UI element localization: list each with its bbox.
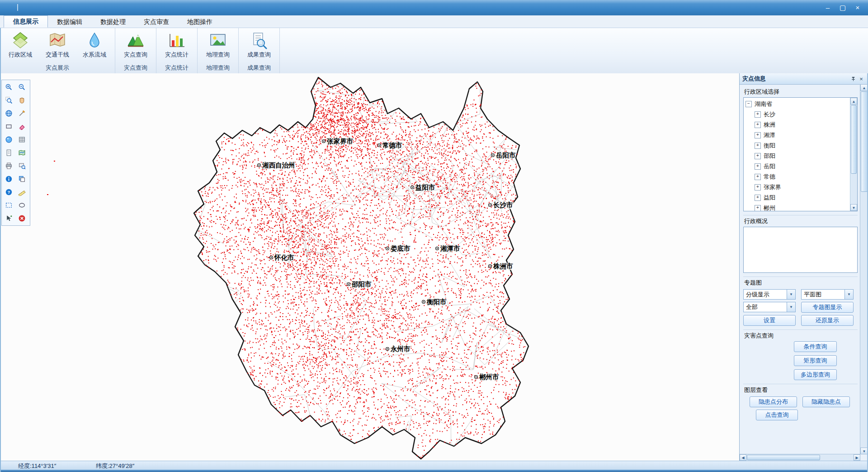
tree-item-changsha[interactable]: +长沙 [755, 109, 850, 119]
click-query-button[interactable]: 点击查询 [756, 410, 798, 420]
condition-query-button[interactable]: 条件查询 [794, 341, 837, 352]
settings-button[interactable]: 设置 [743, 315, 796, 326]
print-preview-button[interactable] [15, 159, 28, 172]
minimize-button[interactable]: – [821, 2, 835, 12]
expand-icon[interactable]: + [755, 143, 761, 149]
scroll-left-icon[interactable]: ◀ [740, 454, 746, 461]
grid-button[interactable] [15, 133, 28, 146]
map-type-select[interactable]: 平面图 ▼ [801, 289, 854, 300]
tree-item-changde[interactable]: +常德 [755, 172, 850, 182]
sphere-button[interactable] [2, 133, 15, 146]
reset-display-button[interactable]: 还原显示 [801, 315, 854, 326]
expand-icon[interactable]: + [755, 174, 761, 180]
pointer-add-button[interactable] [2, 212, 15, 225]
ribbon-button-label: 水系流域 [83, 51, 106, 59]
zoom-in-button[interactable] [2, 81, 15, 94]
ribbon-button-label: 灾点统计 [165, 51, 189, 59]
svg-text:衡阳市: 衡阳市 [426, 298, 447, 305]
title-bar[interactable]: – ▢ × [0, 0, 868, 15]
tree-item-shaoyang[interactable]: +邵阳 [755, 151, 850, 161]
tab-info-display[interactable]: 信息展示 [4, 15, 48, 28]
zoom-out-button[interactable] [15, 81, 28, 94]
province-outline [194, 77, 528, 459]
rect-draw-button[interactable] [2, 120, 15, 133]
display-mode-select[interactable]: 分级显示 ▼ [743, 289, 796, 300]
expand-icon[interactable]: + [755, 184, 761, 191]
rect-query-button[interactable]: 矩形查询 [794, 355, 837, 366]
panel-scroll-thumb[interactable] [861, 91, 868, 192]
thematic-show-button[interactable]: 专题图显示 [801, 302, 854, 313]
zoom-window-button[interactable] [2, 94, 15, 107]
tree-scrollbar[interactable]: ▲ ▼ [850, 98, 857, 211]
ribbon-button-admin-region[interactable]: 行政区域 [2, 29, 39, 63]
ribbon-button-geo-query[interactable]: 地理查询 [199, 29, 236, 63]
tree-item-label: 益阳 [764, 194, 775, 202]
hide-hazard-points-button[interactable]: 隐藏隐患点 [802, 396, 850, 407]
ribbon-button-result-query[interactable]: 成果查询 [241, 29, 278, 63]
tab-disaster-review[interactable]: 灾点审查 [135, 16, 178, 28]
print-button[interactable] [2, 159, 15, 172]
mountain-icon [127, 31, 145, 49]
tree-item-hengyang[interactable]: +衡阳 [755, 140, 850, 151]
scroll-right-icon[interactable]: ▶ [854, 454, 860, 461]
chevron-down-icon[interactable]: ▼ [787, 302, 795, 312]
tree-item-yiyang[interactable]: +益阳 [755, 192, 850, 203]
map-area[interactable]: 张家界市常德市岳阳市湘西自治州益阳市长沙市娄底市湘潭市株洲市怀化市邵阳市衡阳市永… [0, 73, 739, 461]
expand-icon[interactable]: + [755, 122, 761, 128]
map-canvas[interactable]: 张家界市常德市岳阳市湘西自治州益阳市长沙市娄底市湘潭市株洲市怀化市邵阳市衡阳市永… [0, 73, 739, 461]
close-button[interactable]: × [851, 2, 864, 12]
expand-icon[interactable]: + [755, 111, 761, 118]
chevron-down-icon[interactable]: ▼ [787, 290, 795, 299]
tab-data-process[interactable]: 数据处理 [91, 16, 135, 28]
info-button[interactable] [2, 172, 15, 186]
expand-icon[interactable]: + [755, 195, 761, 201]
help-button[interactable]: ? [2, 186, 15, 199]
delete-button[interactable] [15, 212, 28, 225]
overview-textbox[interactable] [743, 227, 858, 273]
ribbon-button-traffic-lines[interactable]: 交通干线 [39, 29, 76, 63]
tab-map-operation[interactable]: 地图操作 [178, 16, 222, 28]
scope-select[interactable]: 全部 ▼ [743, 302, 796, 312]
expand-icon[interactable]: + [755, 163, 761, 170]
panel-hscrollbar[interactable]: ◀ ▶ [740, 454, 860, 461]
tree-item-zhuzhou[interactable]: +株洲 [755, 119, 850, 130]
polygon-query-button[interactable]: 多边形查询 [794, 369, 837, 380]
tree-item-yueyang[interactable]: +岳阳 [755, 161, 850, 172]
collapse-icon[interactable]: − [745, 101, 752, 107]
ribbon-button-water-basin[interactable]: 水系流域 [76, 29, 113, 63]
map-export-button[interactable] [15, 146, 28, 159]
maximize-button[interactable]: ▢ [836, 2, 849, 12]
ellipse-button[interactable] [15, 199, 28, 212]
scroll-down-icon[interactable]: ▼ [850, 204, 857, 211]
expand-icon[interactable]: + [755, 132, 761, 138]
chevron-down-icon[interactable]: ▼ [844, 290, 853, 299]
panel-hscroll-thumb[interactable] [747, 455, 820, 460]
tree-item-hunan[interactable]: − 湖南省 [745, 99, 850, 109]
thematic-label: 专题图 [744, 279, 858, 287]
eraser-button[interactable] [15, 120, 28, 133]
tree-item-zhangjiajie[interactable]: +张家界 [755, 182, 850, 192]
tree-item-chenzhou[interactable]: +郴州 [755, 203, 850, 211]
expand-icon[interactable]: + [755, 153, 761, 159]
status-bar: 经度:114°3′31″ 纬度:27°49′28″ [0, 461, 868, 470]
panel-close-icon[interactable]: × [857, 75, 865, 83]
document-button[interactable] [2, 146, 15, 159]
tab-data-edit[interactable]: 数据编辑 [48, 16, 91, 28]
select-rect-button[interactable] [2, 199, 15, 212]
ribbon-button-disaster-stats[interactable]: 灾点统计 [158, 29, 195, 63]
svg-text:长沙市: 长沙市 [493, 201, 513, 209]
scroll-up-icon[interactable]: ▲ [850, 98, 857, 105]
expand-icon[interactable]: + [755, 205, 761, 211]
pan-button[interactable] [15, 94, 28, 107]
ribbon-button-disaster-query[interactable]: 灾点查询 [117, 29, 154, 63]
hazard-distribution-button[interactable]: 隐患点分布 [750, 396, 797, 407]
measure-button[interactable] [15, 186, 28, 199]
layers-button[interactable] [15, 172, 28, 186]
tree-item-label: 湘潭 [764, 131, 775, 139]
globe-button[interactable] [2, 107, 15, 120]
tree-item-xiangtan[interactable]: +湘潭 [755, 130, 850, 140]
tree-scroll-thumb[interactable] [851, 105, 857, 174]
line-draw-button[interactable] [15, 107, 28, 120]
print-icon [5, 162, 13, 170]
pin-icon[interactable] [849, 75, 857, 83]
